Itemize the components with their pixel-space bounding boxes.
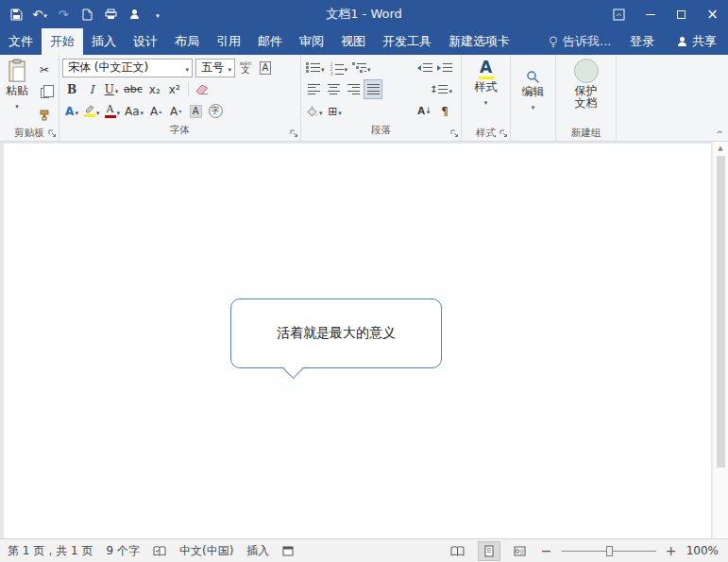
font-dialog-launcher-icon[interactable]: [290, 129, 298, 138]
pinyin-guide-button[interactable]: wén文: [236, 58, 255, 77]
speech-bubble-tail: [283, 359, 303, 379]
shrink-font-button[interactable]: A: [166, 101, 185, 121]
clipboard-dialog-launcher-icon[interactable]: [48, 129, 57, 138]
minimize-button[interactable]: [635, 0, 666, 28]
enclose-characters-button[interactable]: 字: [206, 101, 225, 121]
shading-button[interactable]: [304, 101, 325, 121]
bullet-list-icon: [306, 62, 320, 73]
tab-insert[interactable]: 插入: [83, 28, 125, 55]
align-left-button[interactable]: [304, 79, 323, 99]
insert-mode-indicator[interactable]: 插入: [246, 543, 269, 559]
tab-custom[interactable]: 新建选项卡: [440, 28, 518, 55]
tab-file[interactable]: 文件: [0, 28, 42, 55]
close-button[interactable]: ×: [697, 0, 728, 28]
underline-button[interactable]: U: [102, 79, 121, 99]
share-qat-button[interactable]: [124, 3, 144, 26]
paragraph-group-label: 段落: [371, 124, 391, 137]
print-button[interactable]: [100, 3, 121, 26]
collapse-ribbon-button[interactable]: ^: [716, 129, 723, 139]
undo-dropdown-icon: [43, 9, 47, 20]
format-painter-button[interactable]: [33, 105, 56, 125]
tab-home[interactable]: 开始: [42, 28, 83, 55]
borders-button[interactable]: ⊞: [326, 101, 345, 121]
zoom-in-button[interactable]: +: [665, 543, 678, 558]
multilevel-list-button[interactable]: [350, 58, 373, 77]
tab-view[interactable]: 视图: [332, 28, 374, 55]
change-case-icon: Aa: [125, 105, 140, 118]
numbering-button[interactable]: [328, 58, 350, 77]
paragraph-dialog-launcher-icon[interactable]: [450, 129, 459, 138]
editing-button[interactable]: 编辑: [514, 57, 552, 125]
bullets-button[interactable]: [304, 58, 327, 77]
maximize-button[interactable]: [666, 0, 697, 28]
repeat-button[interactable]: ↷: [53, 3, 74, 26]
character-border-button[interactable]: A: [256, 58, 275, 77]
tab-review[interactable]: 审阅: [291, 28, 332, 55]
sign-in-button[interactable]: 登录: [618, 28, 666, 55]
italic-button[interactable]: I: [82, 79, 101, 99]
strikethrough-button[interactable]: abc: [122, 79, 144, 99]
speech-bubble-shape[interactable]: 活着就是最大的意义: [230, 298, 442, 368]
highlight-button[interactable]: [82, 101, 102, 121]
tab-developer[interactable]: 开发工具: [374, 28, 440, 55]
styles-button[interactable]: A 样式: [465, 57, 507, 125]
font-size-select[interactable]: 五号: [195, 59, 235, 77]
tab-design[interactable]: 设计: [125, 28, 166, 55]
character-shading-button[interactable]: A: [186, 101, 205, 121]
web-layout-button[interactable]: [509, 541, 532, 561]
subscript-button[interactable]: x₂: [145, 79, 164, 99]
change-case-button[interactable]: Aa: [123, 101, 145, 121]
clear-formatting-button[interactable]: [193, 79, 212, 99]
decrease-indent-button[interactable]: [415, 58, 434, 77]
language-indicator[interactable]: 中文(中国): [179, 543, 233, 559]
increase-indent-button[interactable]: [435, 58, 454, 77]
tell-me-box[interactable]: 告诉我...: [543, 28, 617, 55]
copy-button[interactable]: [33, 82, 56, 102]
read-mode-button[interactable]: [447, 541, 469, 561]
zoom-slider[interactable]: [562, 544, 656, 558]
vertical-scrollbar[interactable]: ▲: [712, 142, 728, 538]
styles-dialog-launcher-icon[interactable]: [499, 129, 508, 138]
font-color-button[interactable]: A: [103, 101, 123, 121]
align-right-icon: [347, 84, 360, 94]
tab-references[interactable]: 引用: [208, 28, 249, 55]
macro-record-button[interactable]: [282, 546, 294, 556]
save-button[interactable]: [6, 3, 26, 26]
zoom-slider-thumb[interactable]: [606, 546, 613, 556]
proofing-status-button[interactable]: [153, 546, 166, 556]
sort-button[interactable]: A↓: [415, 101, 434, 121]
align-right-button[interactable]: [344, 79, 363, 99]
scroll-up-icon[interactable]: ▲: [718, 142, 722, 152]
protect-document-button[interactable]: 保护文档: [559, 57, 613, 125]
tab-mailings[interactable]: 邮件: [249, 28, 291, 55]
print-layout-button[interactable]: [478, 541, 500, 561]
cut-button[interactable]: ✂: [33, 60, 56, 79]
share-button[interactable]: 共享: [666, 28, 728, 55]
align-center-button[interactable]: [324, 79, 343, 99]
undo-button[interactable]: ↶: [29, 3, 50, 26]
customize-qat-button[interactable]: [147, 3, 168, 26]
new-file-button[interactable]: [76, 3, 97, 26]
tab-layout[interactable]: 布局: [166, 28, 208, 55]
show-formatting-marks-button[interactable]: ¶: [435, 101, 454, 121]
superscript-button[interactable]: x²: [165, 79, 184, 99]
word-count[interactable]: 9 个字: [107, 543, 140, 559]
zoom-out-button[interactable]: −: [540, 543, 553, 558]
line-spacing-button[interactable]: ↕: [428, 79, 454, 99]
editing-dropdown-icon: [532, 100, 535, 111]
paste-button[interactable]: 粘贴: [3, 57, 31, 125]
document-page[interactable]: 活着就是最大的意义: [4, 144, 711, 538]
text-effects-button[interactable]: A: [62, 101, 81, 121]
highlighter-icon: [84, 105, 95, 117]
font-name-select[interactable]: 宋体 (中文正文): [62, 59, 193, 77]
justify-button[interactable]: [364, 79, 382, 99]
bold-button[interactable]: B: [62, 79, 81, 99]
grow-font-button[interactable]: A: [146, 101, 165, 121]
zoom-level-button[interactable]: 100%: [686, 544, 719, 557]
page-indicator[interactable]: 第 1 页，共 1 页: [8, 543, 93, 559]
scrollbar-thumb[interactable]: [717, 156, 725, 468]
ribbon-display-options-button[interactable]: [603, 0, 635, 28]
new-group-label: 新建组: [571, 127, 601, 140]
styles-dropdown-icon: [484, 95, 488, 107]
window-controls: ×: [603, 0, 728, 28]
